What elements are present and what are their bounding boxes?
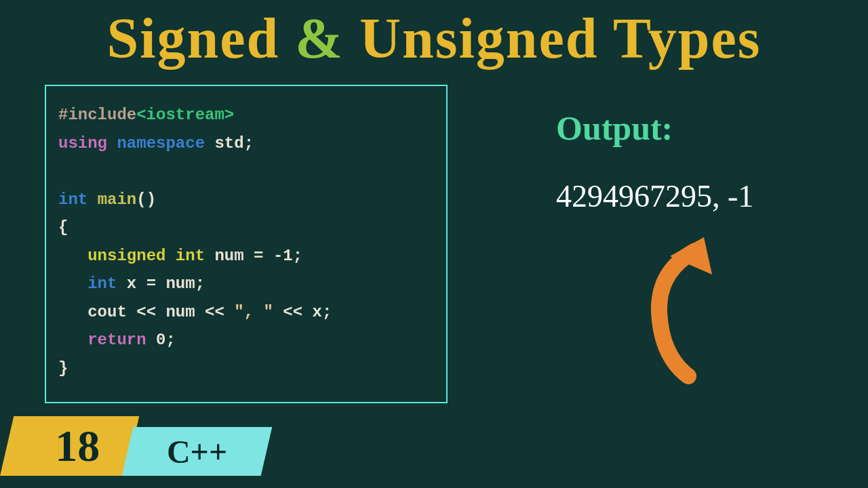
code-line-8: return 0; bbox=[58, 326, 434, 354]
code-line-6: int x = num; bbox=[58, 270, 434, 298]
lesson-number-badge: 18 bbox=[0, 416, 139, 476]
title-part2: Unsigned Types bbox=[359, 7, 761, 70]
code-line-4: { bbox=[58, 214, 434, 242]
code-line-3: int main() bbox=[58, 186, 434, 214]
title-amp: & bbox=[295, 7, 344, 70]
arrow-icon bbox=[617, 224, 753, 386]
output-value: 4294967295, -1 bbox=[556, 178, 753, 214]
output-label: Output: bbox=[556, 108, 673, 148]
language-label: C++ bbox=[167, 433, 227, 470]
title-part1: Signed bbox=[107, 7, 280, 70]
code-line-1: #include<iostream> bbox=[58, 101, 434, 129]
code-line-5: unsigned int num = -1; bbox=[58, 242, 434, 270]
language-badge: C++ bbox=[122, 427, 273, 476]
code-line-7: cout << num << ", " << x; bbox=[58, 298, 434, 327]
code-line-9: } bbox=[58, 354, 434, 383]
lesson-number: 18 bbox=[40, 420, 100, 472]
code-block: #include<iostream> using namespace std; … bbox=[45, 85, 448, 403]
page-title: Signed & Unsigned Types bbox=[0, 5, 868, 71]
code-line-2: using namespace std; bbox=[58, 129, 434, 158]
code-blank bbox=[58, 157, 434, 186]
